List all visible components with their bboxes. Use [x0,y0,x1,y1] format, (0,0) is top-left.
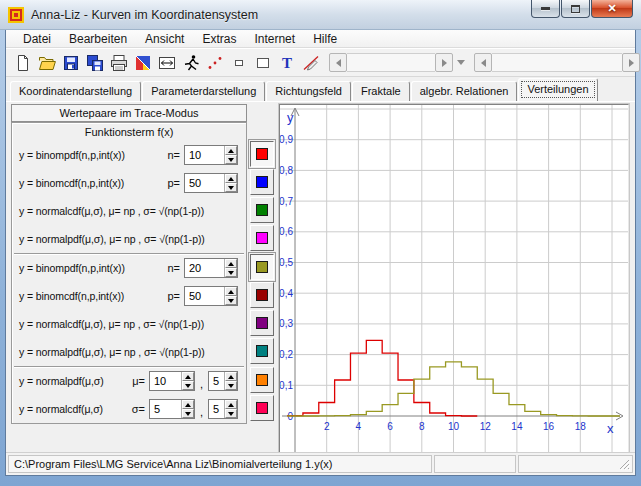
plot-canvas[interactable]: 0,10,20,30,40,50,60,70,80,90246810121416… [279,104,629,454]
spin-down-button[interactable] [225,409,237,418]
spin-up-button[interactable] [225,372,237,381]
scroll-left-button[interactable] [474,53,492,72]
toolbar: T [6,48,635,77]
menu-bar: DateiBearbeitenAnsichtExtrasInternetHilf… [6,30,635,48]
spin-down-button[interactable] [225,268,237,277]
resize-grip[interactable] [618,458,631,471]
print-button[interactable] [107,52,130,74]
menu-item-bearbeiten[interactable]: Bearbeiten [60,31,136,47]
svg-text:0,1: 0,1 [280,380,293,391]
spin-edit[interactable]: 5 [149,399,195,419]
scroll-track[interactable] [492,53,622,72]
spin-edit[interactable]: 10 [149,371,195,391]
new-file-button[interactable] [11,52,34,74]
spin-buttons [181,372,194,390]
app-logo-button[interactable] [131,52,154,74]
tab-verteilungen[interactable]: Verteilungen [518,78,597,101]
scroll-left-icon [336,59,341,67]
tab-koordinatendarstellung[interactable]: Koordinatendarstellung [10,81,141,101]
spin-up-button[interactable] [225,174,237,183]
function-row: y = binompdf(n,p,int(x))n=20 [12,254,246,282]
scroll-right-button[interactable] [622,53,640,72]
color-swatch-icon [256,176,268,188]
save-all-button[interactable] [83,52,106,74]
color-swatch-icon [256,402,268,414]
spin-up-button[interactable] [182,400,194,409]
spin-up-button[interactable] [225,287,237,296]
spin-edit[interactable]: 20 [184,258,238,278]
spin-edit[interactable]: 50 [184,286,238,306]
scroll-right-icon [442,59,447,67]
new-file-icon [13,53,33,73]
trace-mode-button[interactable]: Wertepaare im Trace-Modus [11,104,247,122]
text-label-button[interactable]: T [275,52,298,74]
app-logo-icon [133,53,153,73]
curve-color-button[interactable] [250,254,274,280]
spin-edit[interactable]: 5 [208,371,238,391]
function-term: y = normalpdf(μ,σ), μ= np , σ= √(np(1-p)… [19,346,205,358]
spin-edit[interactable]: 5 [208,399,238,419]
spin-edit[interactable]: 10 [184,145,238,165]
spin-down-button[interactable] [225,183,237,192]
spin-down-button[interactable] [225,381,237,390]
save-file-button[interactable] [59,52,82,74]
zoom-rectangle-button[interactable] [251,52,274,74]
curve-color-button[interactable] [250,395,274,421]
trace-runner-button[interactable] [179,52,202,74]
curve-color-button[interactable] [250,310,274,336]
minimize-button[interactable] [531,0,560,18]
spin-down-button[interactable] [182,381,194,390]
point-plot-button[interactable] [203,52,226,74]
curve-color-button[interactable] [250,338,274,364]
menu-item-hilfe[interactable]: Hilfe [304,31,346,47]
spin-buttons [224,287,237,305]
menu-item-internet[interactable]: Internet [245,31,304,47]
zoom-small-rectangle-button[interactable] [227,52,250,74]
curve-color-button[interactable] [250,169,274,195]
spin-down-button[interactable] [225,296,237,305]
function-term: y = normalpdf(μ,σ) [19,375,104,387]
main-area: Wertepaare im Trace-Modus Funktionsterm … [6,101,635,452]
curve-color-button[interactable] [250,141,274,167]
scroll-left-button[interactable] [329,53,347,72]
parameter-group: σ=5,5 [132,399,238,419]
menu-item-ansicht[interactable]: Ansicht [136,31,193,47]
dropdown-button[interactable] [453,53,468,72]
svg-text:18: 18 [575,421,587,432]
spin-down-button[interactable] [225,155,237,164]
spin-down-button[interactable] [182,409,194,418]
open-file-button[interactable] [35,52,58,74]
menu-item-datei[interactable]: Datei [14,31,60,47]
fit-width-button[interactable] [155,52,178,74]
tab-richtungsfeld[interactable]: Richtungsfeld [266,81,351,101]
close-button[interactable]: ✕ [591,0,633,18]
curve-color-button[interactable] [250,367,274,393]
restore-button[interactable] [561,0,590,18]
dropdown-icon [457,60,465,65]
curve-color-button[interactable] [250,282,274,308]
parameter-label: σ= [132,403,145,415]
spin-value: 50 [185,174,224,192]
tab-parameterdarstellung[interactable]: Parameterdarstellung [142,81,265,101]
spin-up-button[interactable] [225,146,237,155]
function-term: y = binomcdf(n,p,int(x)) [19,177,124,189]
menu-item-extras[interactable]: Extras [193,31,245,47]
tab-algebr-relationen[interactable]: algebr. Relationen [411,81,518,101]
window-controls: ✕ [530,0,633,18]
scroll-right-button[interactable] [435,53,453,72]
svg-text:6: 6 [387,421,393,432]
trace-runner-icon [181,53,201,73]
tab-fraktale[interactable]: Fraktale [352,81,410,101]
spin-up-button[interactable] [182,372,194,381]
spin-buttons [224,372,237,390]
spin-up-button[interactable] [225,400,237,409]
spin-up-button[interactable] [225,259,237,268]
close-icon: ✕ [607,3,616,14]
curve-color-button[interactable] [250,225,274,251]
spin-edit[interactable]: 50 [184,173,238,193]
scroll-track[interactable] [347,53,435,72]
curve-color-button[interactable] [250,197,274,223]
function-row: y = normalcdf(μ,σ), μ= np , σ= √(np(1-p)… [12,310,246,338]
draw-tangent-button[interactable] [299,52,322,74]
panel-caption: Funktionsterm f(x) [12,123,246,141]
